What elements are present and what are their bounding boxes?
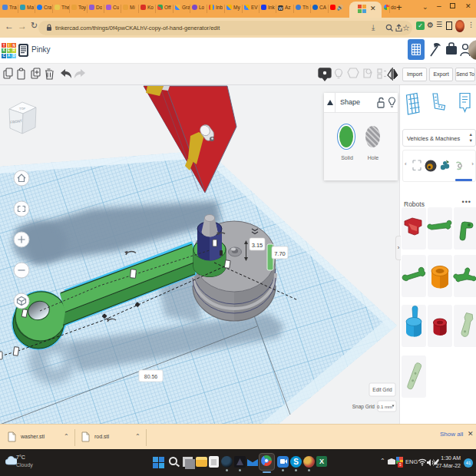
svg-text:3.15: 3.15 [252,242,263,249]
svg-text:Edit Grid: Edit Grid [372,387,392,392]
svg-text:7.70: 7.70 [274,250,286,257]
svg-text:TOP: TOP [19,107,26,111]
svg-text:Snap Grid: Snap Grid [352,404,375,410]
svg-text:80.56: 80.56 [144,374,158,379]
svg-text:0.1 mm: 0.1 mm [377,405,392,409]
